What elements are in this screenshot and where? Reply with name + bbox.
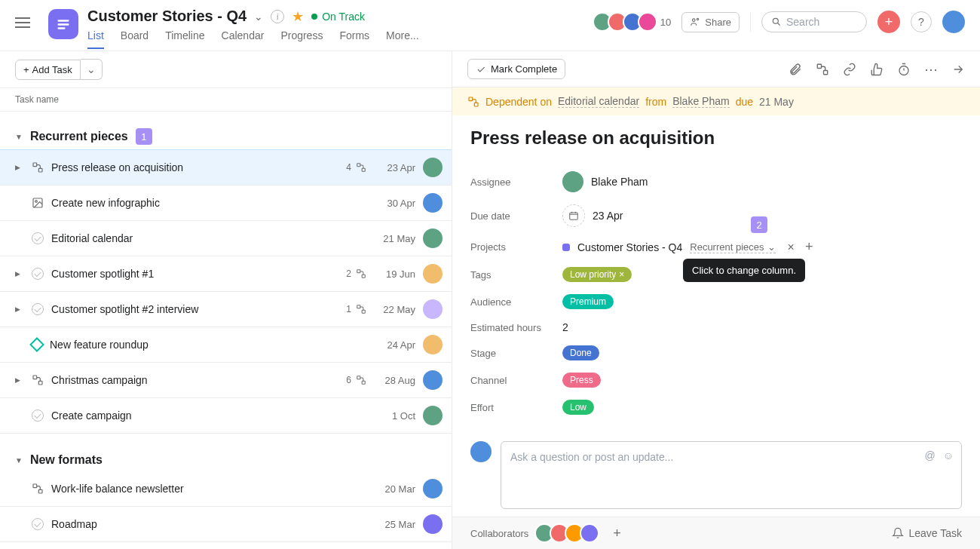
audience-label: Audience bbox=[470, 296, 562, 308]
task-assignee-avatar[interactable] bbox=[423, 228, 443, 248]
project-title[interactable]: Customer Stories - Q4 bbox=[87, 8, 247, 25]
task-assignee-avatar[interactable] bbox=[423, 514, 443, 534]
tab-timeline[interactable]: Timeline bbox=[165, 29, 204, 49]
assignee-label: Assignee bbox=[470, 176, 562, 188]
leave-task-button[interactable]: Leave Task bbox=[892, 527, 962, 539]
task-assignee-avatar[interactable] bbox=[423, 370, 443, 390]
star-icon[interactable]: ★ bbox=[292, 8, 304, 25]
column-select[interactable]: Recurrent pieces ⌄ bbox=[690, 241, 775, 253]
search-input[interactable]: Search bbox=[761, 11, 867, 32]
member-avatars[interactable]: 10 bbox=[597, 12, 671, 32]
svg-rect-12 bbox=[357, 270, 360, 273]
current-user-avatar[interactable] bbox=[942, 11, 965, 33]
add-collaborator-icon[interactable]: + bbox=[613, 526, 621, 541]
task-assignee-avatar[interactable] bbox=[423, 299, 443, 319]
link-icon[interactable] bbox=[843, 63, 856, 76]
mark-complete-button[interactable]: Mark Complete bbox=[467, 59, 565, 79]
dependency-banner[interactable]: Dependent on Editorial calendar from Bla… bbox=[452, 87, 980, 115]
svg-rect-7 bbox=[38, 168, 42, 172]
task-name: Work-life balance newsletter bbox=[51, 483, 366, 495]
close-panel-icon[interactable] bbox=[951, 63, 965, 76]
duedate-label: Due date bbox=[470, 210, 562, 222]
task-row[interactable]: Work-life balance newsletter20 Mar bbox=[0, 471, 452, 507]
tab-list[interactable]: List bbox=[87, 29, 104, 49]
more-icon[interactable]: ⋯ bbox=[924, 61, 938, 78]
task-date: 1 Oct bbox=[374, 410, 415, 422]
hours-value[interactable]: 2 bbox=[562, 321, 568, 333]
task-row[interactable]: ▶Customer spotlight #2 interview1 22 May bbox=[0, 292, 452, 327]
tab-forms[interactable]: Forms bbox=[339, 29, 369, 49]
attachment-icon[interactable] bbox=[789, 63, 802, 76]
add-task-button[interactable]: + Add Task bbox=[15, 60, 81, 80]
emoji-icon[interactable]: ☺ bbox=[943, 449, 954, 462]
task-name: Press release on acquisition bbox=[51, 161, 338, 173]
svg-rect-20 bbox=[33, 484, 37, 488]
task-date: 19 Jun bbox=[374, 268, 415, 280]
timer-icon[interactable] bbox=[897, 63, 911, 76]
task-name: Customer spotlight #2 interview bbox=[51, 303, 338, 315]
task-row[interactable]: Create campaign1 Oct bbox=[0, 398, 452, 434]
task-row[interactable]: Editorial calendar21 May bbox=[0, 221, 452, 256]
task-icon bbox=[32, 339, 42, 350]
task-assignee-avatar[interactable] bbox=[423, 264, 443, 284]
effort-pill[interactable]: Low bbox=[562, 400, 594, 415]
member-count: 10 bbox=[660, 17, 671, 28]
like-icon[interactable] bbox=[870, 63, 884, 76]
share-button[interactable]: Share bbox=[681, 12, 740, 32]
project-tabs: List Board Timeline Calendar Progress Fo… bbox=[87, 29, 597, 49]
task-row[interactable]: ▶Customer spotlight #12 19 Jun bbox=[0, 256, 452, 292]
project-status[interactable]: On Track bbox=[311, 11, 365, 23]
task-row[interactable]: ▶Christmas campaign6 28 Aug bbox=[0, 363, 452, 398]
task-date: 25 Mar bbox=[374, 519, 415, 530]
section-header[interactable]: ▼Recurrent pieces1 bbox=[0, 124, 452, 149]
stage-pill[interactable]: Done bbox=[562, 345, 599, 360]
tab-more[interactable]: More... bbox=[386, 29, 419, 49]
collaborator-avatars[interactable] bbox=[539, 523, 599, 543]
stage-label: Stage bbox=[470, 348, 562, 359]
chevron-down-icon[interactable]: ⌄ bbox=[254, 11, 263, 23]
remove-project-icon[interactable]: × bbox=[788, 241, 795, 254]
collaborators-label: Collaborators bbox=[470, 528, 528, 539]
svg-rect-6 bbox=[33, 163, 37, 167]
task-assignee-avatar[interactable] bbox=[423, 479, 443, 498]
task-date: 23 Apr bbox=[374, 162, 415, 173]
comment-input[interactable]: Ask a question or post an update... @ ☺ bbox=[501, 441, 962, 509]
task-icon bbox=[32, 232, 44, 244]
task-row[interactable]: Create new infographic30 Apr bbox=[0, 186, 452, 221]
add-project-icon[interactable]: + bbox=[805, 239, 813, 255]
task-row[interactable]: ▶Press release on acquisition4 23 Apr bbox=[0, 149, 452, 186]
channel-pill[interactable]: Press bbox=[562, 373, 601, 388]
task-row[interactable]: ▶Apollo for nonprofits2 19 Mar bbox=[0, 542, 452, 549]
assignee-value[interactable]: Blake Pham bbox=[562, 171, 648, 192]
svg-rect-16 bbox=[33, 376, 37, 379]
help-button[interactable]: ? bbox=[911, 11, 932, 32]
effort-label: Effort bbox=[470, 402, 562, 413]
task-assignee-avatar[interactable] bbox=[423, 158, 443, 177]
global-add-button[interactable]: + bbox=[877, 11, 900, 33]
task-assignee-avatar[interactable] bbox=[423, 193, 443, 213]
tags-label: Tags bbox=[470, 269, 562, 281]
svg-rect-30 bbox=[474, 103, 478, 106]
tab-calendar[interactable]: Calendar bbox=[222, 29, 265, 49]
task-row[interactable]: New feature roundup24 Apr bbox=[0, 327, 452, 363]
svg-rect-13 bbox=[362, 274, 365, 278]
task-assignee-avatar[interactable] bbox=[423, 406, 443, 425]
menu-icon[interactable] bbox=[15, 14, 33, 32]
projects-value[interactable]: Customer Stories - Q4 Recurrent pieces ⌄… bbox=[562, 239, 813, 255]
mention-icon[interactable]: @ bbox=[924, 449, 935, 462]
tab-progress[interactable]: Progress bbox=[280, 29, 323, 49]
section-header[interactable]: ▼New formats bbox=[0, 449, 452, 471]
duedate-value[interactable]: 23 Apr bbox=[562, 204, 623, 227]
task-name: Create new infographic bbox=[51, 197, 366, 209]
audience-pill[interactable]: Premium bbox=[562, 294, 614, 309]
subtask-icon[interactable] bbox=[816, 63, 829, 76]
svg-point-5 bbox=[773, 18, 778, 23]
tag-pill[interactable]: Low priority × bbox=[562, 267, 632, 282]
task-title[interactable]: Press release on acquisition bbox=[470, 127, 962, 149]
task-name: Roadmap bbox=[51, 518, 366, 530]
task-assignee-avatar[interactable] bbox=[423, 335, 443, 354]
tab-board[interactable]: Board bbox=[121, 29, 149, 49]
add-task-dropdown[interactable]: ⌄ bbox=[81, 59, 103, 80]
info-icon[interactable]: i bbox=[271, 10, 284, 23]
task-row[interactable]: Roadmap25 Mar bbox=[0, 507, 452, 542]
